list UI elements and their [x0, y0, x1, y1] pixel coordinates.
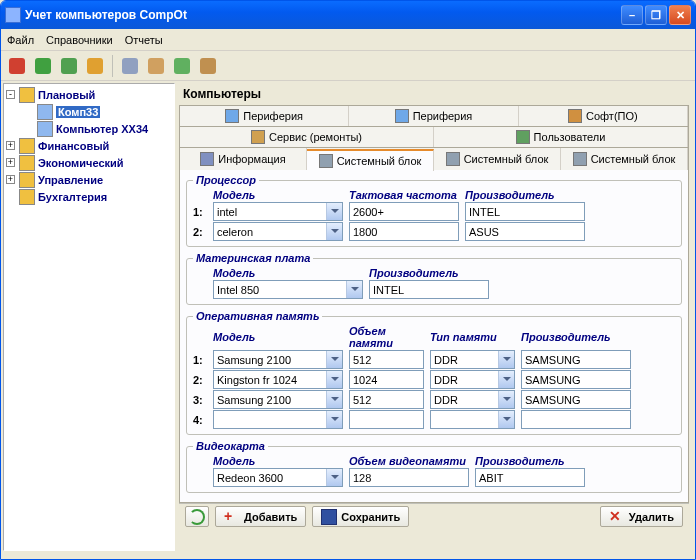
ram-size-input[interactable]: 512	[349, 350, 424, 369]
ram-maker-input[interactable]: SAMSUNG	[521, 370, 631, 389]
maximize-button[interactable]: ❐	[645, 5, 667, 25]
dropdown-arrow-icon[interactable]	[326, 469, 342, 486]
close-button[interactable]: ✕	[669, 5, 691, 25]
ram-model-combo[interactable]: Kingston fr 1024	[213, 370, 343, 389]
toolbar-button-7[interactable]	[196, 54, 220, 78]
tab[interactable]: Пользователи	[434, 127, 688, 147]
tree-node[interactable]: Компьютер XX34	[6, 120, 172, 137]
folder-icon	[37, 104, 53, 120]
ram-maker-input[interactable]	[521, 410, 631, 429]
menu-directories[interactable]: Справочники	[46, 34, 113, 46]
toolbar-button-5[interactable]	[144, 54, 168, 78]
ram-row-num: 4:	[193, 414, 207, 426]
ram-size-input[interactable]	[349, 410, 424, 429]
tab-icon	[446, 152, 460, 166]
tree-label: Финансовый	[38, 140, 109, 152]
dropdown-arrow-icon[interactable]	[326, 371, 342, 388]
dropdown-arrow-icon[interactable]	[326, 223, 342, 240]
tree-node[interactable]: Комп33	[6, 103, 172, 120]
expand-icon[interactable]: +	[6, 175, 15, 184]
minimize-button[interactable]: –	[621, 5, 643, 25]
dropdown-arrow-icon[interactable]	[498, 411, 514, 428]
gpu-maker-input[interactable]: ABIT	[475, 468, 585, 487]
content-panel: Компьютеры ПериферияПериферияСофт(ПО) Се…	[177, 81, 695, 553]
tree-node[interactable]: +Финансовый	[6, 137, 172, 154]
mb-model-combo[interactable]: Intel 850	[213, 280, 363, 299]
dropdown-arrow-icon[interactable]	[326, 391, 342, 408]
ram-maker-input[interactable]: SAMSUNG	[521, 390, 631, 409]
delete-button[interactable]: ✕Удалить	[600, 506, 683, 527]
dropdown-arrow-icon[interactable]	[346, 281, 362, 298]
tab[interactable]: Системный блок	[561, 148, 688, 170]
tree-panel[interactable]: -ПлановыйКомп33Компьютер XX34+Финансовый…	[3, 83, 175, 551]
cpu-row2-maker-input[interactable]: ASUS	[465, 222, 585, 241]
gpu-legend: Видеокарта	[193, 440, 268, 452]
cpu-row2-freq-input[interactable]: 1800	[349, 222, 459, 241]
ram-model-combo[interactable]: Samsung 2100	[213, 350, 343, 369]
mb-group: Материнская плата Модель Производитель I…	[186, 252, 682, 305]
mb-maker-input[interactable]: INTEL	[369, 280, 489, 299]
dropdown-arrow-icon[interactable]	[498, 351, 514, 368]
ram-maker-input[interactable]: SAMSUNG	[521, 350, 631, 369]
toolbar-button-1[interactable]	[31, 54, 55, 78]
footer-toolbar: +Добавить Сохранить ✕Удалить	[179, 503, 689, 529]
tab[interactable]: Периферия	[349, 106, 518, 126]
toolbar-button-3[interactable]	[83, 54, 107, 78]
ram-size-input[interactable]: 1024	[349, 370, 424, 389]
toolbar-button-4[interactable]	[118, 54, 142, 78]
tab-label: Системный блок	[591, 153, 676, 165]
toolbar-button-2[interactable]	[57, 54, 81, 78]
gpu-size-input[interactable]: 128	[349, 468, 469, 487]
dropdown-arrow-icon[interactable]	[498, 391, 514, 408]
gpu-h-model: Модель	[213, 455, 343, 467]
tree-node[interactable]: -Плановый	[6, 86, 172, 103]
save-button[interactable]: Сохранить	[312, 506, 409, 527]
tab-label: Системный блок	[464, 153, 549, 165]
ram-model-combo[interactable]	[213, 410, 343, 429]
ram-size-input[interactable]: 512	[349, 390, 424, 409]
add-button[interactable]: +Добавить	[215, 506, 306, 527]
toolbar-button-0[interactable]	[5, 54, 29, 78]
toolbar-icon	[200, 58, 216, 74]
tab[interactable]: Сервис (ремонты)	[180, 127, 434, 147]
menubar: Файл Справочники Отчеты	[1, 29, 695, 51]
menu-file[interactable]: Файл	[7, 34, 34, 46]
ram-type-combo[interactable]: DDR	[430, 370, 515, 389]
cpu-row1-freq-input[interactable]: 2600+	[349, 202, 459, 221]
ram-type-combo[interactable]: DDR	[430, 390, 515, 409]
expand-icon[interactable]: +	[6, 158, 15, 167]
expand-icon[interactable]: -	[6, 90, 15, 99]
mb-h-maker: Производитель	[369, 267, 489, 279]
ram-model-combo[interactable]: Samsung 2100	[213, 390, 343, 409]
tab[interactable]: Периферия	[180, 106, 349, 126]
tab[interactable]: Системный блок	[434, 148, 561, 170]
ram-type-combo[interactable]: DDR	[430, 350, 515, 369]
ram-h-size: Объем памяти	[349, 325, 424, 349]
ram-type-combo[interactable]	[430, 410, 515, 429]
content-title: Компьютеры	[183, 87, 689, 101]
menu-reports[interactable]: Отчеты	[125, 34, 163, 46]
plus-icon: +	[224, 509, 240, 525]
dropdown-arrow-icon[interactable]	[498, 371, 514, 388]
expand-icon[interactable]: +	[6, 141, 15, 150]
dropdown-arrow-icon[interactable]	[326, 411, 342, 428]
dropdown-arrow-icon[interactable]	[326, 351, 342, 368]
cpu-row1-maker-input[interactable]: INTEL	[465, 202, 585, 221]
app-window: Учет компьютеров CompOt – ❐ ✕ Файл Справ…	[0, 0, 696, 560]
tree-node[interactable]: +Управление	[6, 171, 172, 188]
cpu-row1-model-combo[interactable]: intel	[213, 202, 343, 221]
refresh-button[interactable]	[185, 506, 209, 527]
toolbar-button-6[interactable]	[170, 54, 194, 78]
tree-node[interactable]: Бухгалтерия	[6, 188, 172, 205]
tab[interactable]: Системный блок	[307, 149, 434, 171]
window-title: Учет компьютеров CompOt	[25, 8, 621, 22]
cpu-row2-model-combo[interactable]: celeron	[213, 222, 343, 241]
tab[interactable]: Софт(ПО)	[519, 106, 688, 126]
x-icon: ✕	[609, 509, 625, 525]
gpu-model-combo[interactable]: Redeon 3600	[213, 468, 343, 487]
dropdown-arrow-icon[interactable]	[326, 203, 342, 220]
tab[interactable]: Информация	[180, 148, 307, 170]
titlebar[interactable]: Учет компьютеров CompOt – ❐ ✕	[1, 1, 695, 29]
toolbar	[1, 51, 695, 81]
tree-node[interactable]: +Экономический	[6, 154, 172, 171]
